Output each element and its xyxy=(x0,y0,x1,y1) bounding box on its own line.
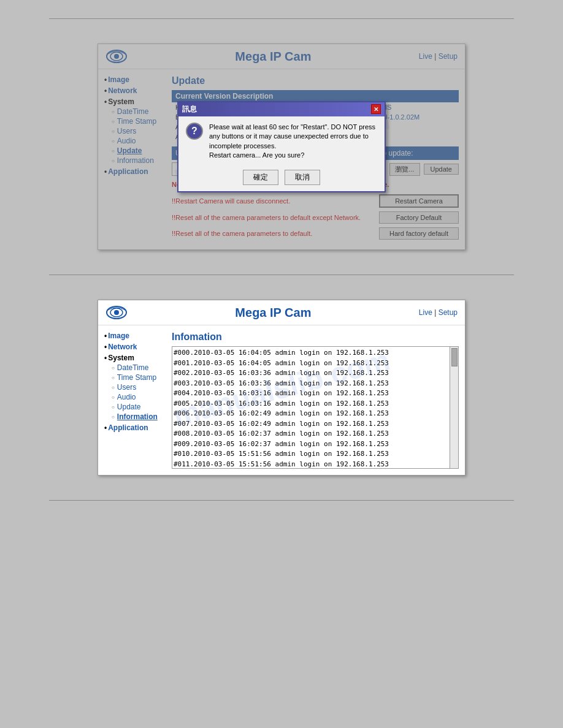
nav-separator-2: | xyxy=(434,308,436,317)
camera-logo-icon-2 xyxy=(105,305,128,320)
logo-2 xyxy=(105,305,128,320)
log-line: #008.2010-03-05 16:02:37 admin login on … xyxy=(174,429,448,439)
log-line: #006.2010-03-05 16:02:49 admin login on … xyxy=(174,409,448,419)
log-line: #011.2010-03-05 15:51:56 admin login on … xyxy=(174,460,448,469)
dialog-confirm-button[interactable]: 確定 xyxy=(243,170,278,185)
sidebar-sub-update-2[interactable]: Update xyxy=(117,403,141,411)
log-area: #000.2010-03-05 16:04:05 admin login on … xyxy=(172,346,459,469)
dialog-box: 訊息 ✕ ? Please wait at least 60 sec for "… xyxy=(177,101,386,193)
dialog-title: 訊息 xyxy=(182,104,197,115)
dialog-question-icon: ? xyxy=(186,123,203,140)
log-line: #007.2010-03-05 16:02:49 admin login on … xyxy=(174,419,448,430)
sidebar-item-application-2[interactable]: Application xyxy=(108,423,148,432)
log-line: #005.2010-03-05 16:03:16 admin login on … xyxy=(174,399,448,409)
dialog-titlebar: 訊息 ✕ xyxy=(178,102,385,116)
sidebar-sub-datetime-2[interactable]: DateTime xyxy=(117,363,149,372)
scrollbar[interactable] xyxy=(450,346,459,469)
live-link-2[interactable]: Live xyxy=(419,308,432,317)
sidebar-sub-information-2[interactable]: Information xyxy=(117,412,158,421)
browser-frame-1: manualslib.com Mega IP Cam Live | Setup xyxy=(98,44,465,250)
middle-separator xyxy=(49,275,514,275)
sidebar-2: •Image •Network •System DateTime Time St… xyxy=(104,332,166,469)
sidebar-sub-audio-2[interactable]: Audio xyxy=(117,393,136,401)
info-log[interactable]: #000.2010-03-05 16:04:05 admin login on … xyxy=(172,346,450,469)
scrollbar-thumb xyxy=(451,348,458,366)
sidebar-item-image-2[interactable]: Image xyxy=(108,332,129,340)
cam-body-2: •Image •Network •System DateTime Time St… xyxy=(98,325,465,475)
dialog-message: Please wait at least 60 sec for "Restart… xyxy=(209,123,377,161)
sidebar-sub-timestamp-2[interactable]: Time Stamp xyxy=(117,373,156,382)
bottom-separator xyxy=(49,500,514,501)
log-line: #001.2010-03-05 16:04:05 admin login on … xyxy=(174,358,448,369)
cam-nav-2: Live | Setup xyxy=(419,308,458,317)
svg-point-5 xyxy=(114,310,119,315)
sidebar-item-network-2[interactable]: Network xyxy=(108,343,137,351)
header-2: Mega IP Cam Live | Setup xyxy=(98,300,465,325)
log-line: #000.2010-03-05 16:04:05 admin login on … xyxy=(174,348,448,358)
top-separator xyxy=(49,18,514,19)
sidebar-item-system-2: System xyxy=(108,354,134,362)
dialog-close-button[interactable]: ✕ xyxy=(371,104,381,114)
dialog-footer: 確定 取消 xyxy=(178,166,385,191)
dialog-cancel-button[interactable]: 取消 xyxy=(285,170,320,185)
log-line: #010.2010-03-05 15:51:56 admin login on … xyxy=(174,449,448,460)
dialog-body: ? Please wait at least 60 sec for "Resta… xyxy=(178,116,385,167)
log-line: #002.2010-03-05 16:03:36 admin login on … xyxy=(174,368,448,379)
content-2: Infomation #000.2010-03-05 16:04:05 admi… xyxy=(172,332,459,469)
cam-title-2: Mega IP Cam xyxy=(128,306,419,320)
log-line: #003.2010-03-05 16:03:36 admin login on … xyxy=(174,379,448,389)
browser-frame-2: manualslib.com Mega IP Cam Live | Setup xyxy=(98,300,465,476)
setup-link-2[interactable]: Setup xyxy=(439,308,458,317)
page-heading-2: Infomation xyxy=(172,332,459,343)
log-line: #009.2010-03-05 16:02:37 admin login on … xyxy=(174,439,448,450)
sidebar-sub-users-2[interactable]: Users xyxy=(117,383,136,392)
log-line: #004.2010-03-05 16:03:16 admin login on … xyxy=(174,389,448,399)
dialog-overlay: 訊息 ✕ ? Please wait at least 60 sec for "… xyxy=(98,44,465,249)
